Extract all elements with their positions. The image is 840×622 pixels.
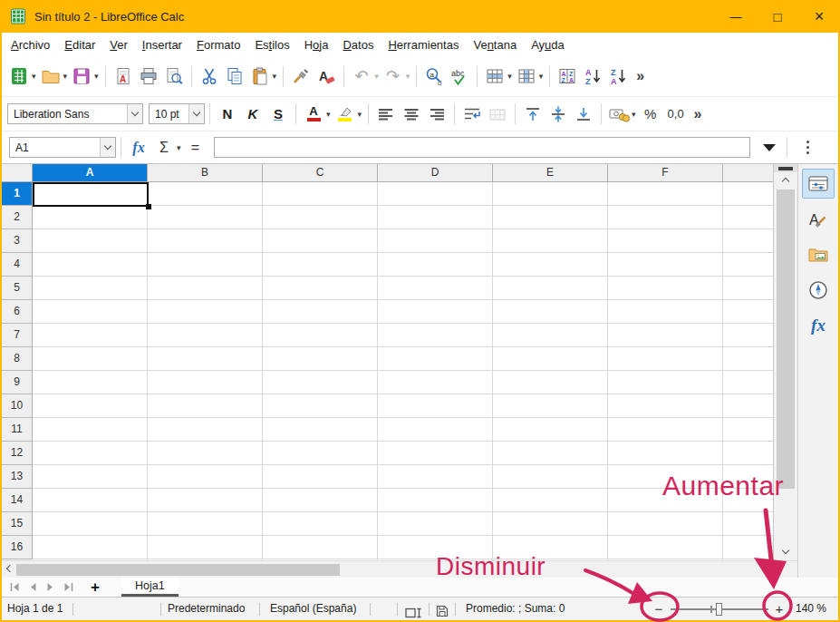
sheet-info[interactable]: Hoja 1 de 1 bbox=[7, 598, 63, 620]
menu-datos[interactable]: Datos bbox=[335, 34, 381, 55]
sum-dropdown[interactable]: ▾ bbox=[177, 143, 181, 152]
paste-dropdown[interactable]: ▾ bbox=[273, 72, 277, 81]
scroll-down-button[interactable] bbox=[774, 544, 797, 559]
scroll-up-button[interactable] bbox=[774, 172, 797, 188]
currency-format-dropdown[interactable]: ▾ bbox=[632, 110, 636, 119]
sidebar-properties-tab[interactable] bbox=[802, 169, 835, 199]
page-style[interactable]: Predeterminado bbox=[168, 598, 245, 620]
save-dropdown[interactable]: ▾ bbox=[94, 72, 99, 81]
menu-formato[interactable]: Formato bbox=[189, 34, 247, 55]
expand-formula-bar-button[interactable] bbox=[763, 144, 776, 151]
column-header-b[interactable]: B bbox=[148, 164, 263, 181]
zoom-in-button[interactable]: + bbox=[769, 598, 789, 620]
font-size-dropdown[interactable] bbox=[188, 104, 204, 123]
column-header-d[interactable]: D bbox=[378, 164, 493, 181]
number-format-button[interactable]: 0,0 bbox=[663, 101, 689, 128]
row-header-1[interactable]: 1 bbox=[2, 182, 33, 206]
sidebar-functions-tab[interactable]: fx bbox=[802, 310, 835, 340]
print-preview-button[interactable] bbox=[161, 63, 187, 90]
row-header-16[interactable]: 16 bbox=[2, 536, 33, 559]
formula-button[interactable]: = bbox=[183, 134, 208, 161]
font-color-dropdown[interactable]: ▾ bbox=[326, 110, 331, 119]
split-window-handle[interactable] bbox=[774, 164, 797, 172]
align-right-button[interactable] bbox=[424, 101, 449, 128]
menu-editar[interactable]: Editar bbox=[57, 34, 102, 55]
horizontal-scrollbar[interactable] bbox=[2, 560, 797, 578]
sidebar-navigator-tab[interactable] bbox=[802, 275, 835, 305]
row-header-8[interactable]: 8 bbox=[2, 347, 33, 371]
merge-cells-button[interactable] bbox=[485, 101, 510, 128]
undo-dropdown[interactable]: ▾ bbox=[374, 72, 379, 81]
name-box[interactable]: A1 bbox=[9, 137, 116, 158]
new-document-button[interactable] bbox=[6, 63, 32, 90]
column-dropdown[interactable]: ▾ bbox=[539, 72, 544, 81]
select-all-corner[interactable] bbox=[2, 164, 33, 182]
formula-bar-menu-icon[interactable] bbox=[806, 141, 809, 154]
italic-button[interactable]: K bbox=[240, 101, 266, 128]
maximize-button[interactable]: □ bbox=[757, 0, 798, 33]
fill-handle[interactable] bbox=[146, 204, 151, 209]
save-state-indicator[interactable] bbox=[436, 603, 449, 622]
row-header-3[interactable]: 3 bbox=[2, 229, 33, 253]
vertical-scrollbar[interactable] bbox=[773, 164, 797, 560]
sort-ascending-button[interactable]: AZ bbox=[580, 63, 605, 90]
align-top-button[interactable] bbox=[520, 101, 546, 128]
font-size-combo[interactable]: 10 pt bbox=[149, 103, 205, 124]
previous-sheet-button[interactable] bbox=[24, 578, 42, 597]
row-header-9[interactable]: 9 bbox=[2, 371, 33, 394]
redo-button[interactable]: ↷ bbox=[381, 63, 406, 90]
column-header-a[interactable]: A bbox=[33, 164, 148, 181]
column-header-e[interactable]: E bbox=[493, 164, 608, 181]
column-header-partial[interactable] bbox=[723, 164, 773, 181]
export-pdf-button[interactable]: A bbox=[111, 63, 136, 90]
print-button[interactable] bbox=[136, 63, 161, 90]
zoom-level[interactable]: 140 % bbox=[796, 598, 826, 620]
last-sheet-button[interactable] bbox=[60, 578, 78, 597]
insert-mode-indicator[interactable] bbox=[405, 604, 422, 622]
sort-button[interactable]: AZZA bbox=[555, 63, 580, 90]
font-color-button[interactable]: A bbox=[301, 101, 326, 128]
underline-button[interactable]: S bbox=[266, 101, 291, 128]
column-header-c[interactable]: C bbox=[263, 164, 378, 181]
insert-column-button[interactable] bbox=[514, 63, 539, 90]
vertical-scrollbar-thumb[interactable] bbox=[777, 190, 795, 489]
open-dropdown[interactable]: ▾ bbox=[63, 72, 68, 81]
row-header-2[interactable]: 2 bbox=[2, 206, 33, 229]
row-header-5[interactable]: 5 bbox=[2, 277, 33, 300]
menu-ayuda[interactable]: Ayuda bbox=[524, 34, 572, 55]
first-sheet-button[interactable] bbox=[5, 578, 24, 597]
save-button[interactable] bbox=[69, 63, 94, 90]
menu-insertar[interactable]: Insertar bbox=[135, 34, 189, 55]
sidebar-gallery-tab[interactable] bbox=[802, 239, 835, 269]
cells-area[interactable] bbox=[33, 182, 773, 560]
row-header-7[interactable]: 7 bbox=[2, 324, 33, 347]
row-header-11[interactable]: 11 bbox=[2, 418, 33, 442]
align-bottom-button[interactable] bbox=[571, 101, 596, 128]
highlight-color-dropdown[interactable]: ▾ bbox=[358, 110, 362, 119]
function-wizard-button[interactable]: fx bbox=[126, 134, 151, 161]
menu-hoja[interactable]: Hoja bbox=[297, 34, 336, 55]
add-sheet-button[interactable]: + bbox=[91, 579, 100, 595]
row-header-6[interactable]: 6 bbox=[2, 300, 33, 324]
row-header-12[interactable]: 12 bbox=[2, 442, 33, 465]
horizontal-scrollbar-thumb[interactable] bbox=[16, 564, 340, 576]
percent-format-button[interactable]: % bbox=[638, 101, 663, 128]
row-header-13[interactable]: 13 bbox=[2, 465, 33, 489]
font-name-combo[interactable]: Liberation Sans bbox=[7, 103, 143, 124]
font-name-dropdown[interactable] bbox=[127, 104, 142, 123]
menu-estilos[interactable]: Estilos bbox=[247, 34, 296, 55]
bold-button[interactable]: N bbox=[215, 101, 240, 128]
row-header-15[interactable]: 15 bbox=[2, 512, 33, 536]
sidebar-styles-tab[interactable]: A bbox=[802, 204, 835, 234]
zoom-out-button[interactable]: − bbox=[649, 598, 669, 620]
menu-ventana[interactable]: Ventana bbox=[466, 34, 524, 55]
row-dropdown[interactable]: ▾ bbox=[507, 72, 512, 81]
column-header-f[interactable]: F bbox=[608, 164, 723, 181]
next-sheet-button[interactable] bbox=[42, 578, 60, 597]
wrap-text-button[interactable] bbox=[459, 101, 485, 128]
spelling-button[interactable]: abc bbox=[447, 63, 472, 90]
close-button[interactable]: × bbox=[798, 0, 840, 33]
clone-formatting-button[interactable] bbox=[288, 63, 314, 90]
formula-input[interactable] bbox=[214, 137, 750, 158]
align-left-button[interactable] bbox=[373, 101, 399, 128]
